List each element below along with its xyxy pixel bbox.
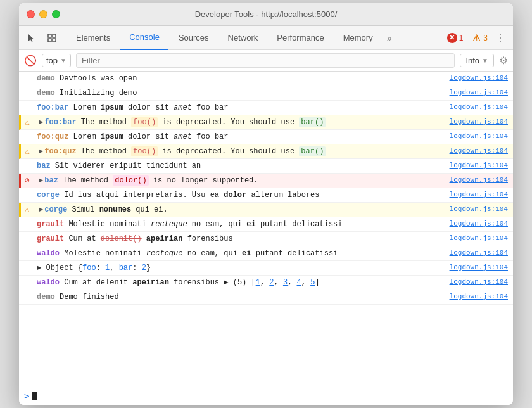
more-options-icon[interactable]: ⋮ [493, 32, 508, 44]
log-file-link[interactable]: logdown.js:104 [450, 204, 508, 213]
minimize-button[interactable] [39, 10, 48, 18]
level-chevron-icon: ▼ [482, 57, 488, 64]
log-row: ⚠▶foo:bar The method foo() is deprecated… [19, 115, 513, 130]
inspect-icon[interactable] [44, 30, 60, 46]
toolbar-icons [24, 30, 60, 46]
log-row: foo:quz Lorem ipsum dolor sit amet foo b… [19, 130, 513, 144]
toolbar: Elements Console Sources Network Perform… [19, 26, 513, 50]
log-content: ▶foo:quz The method foo() is deprecated.… [39, 146, 445, 157]
log-content: ▶ Object {foo: 1, bar: 2} [37, 262, 445, 274]
close-button[interactable] [27, 10, 35, 18]
tab-network[interactable]: Network [219, 26, 267, 50]
context-value: top [46, 56, 58, 65]
tab-memory[interactable]: Memory [334, 26, 382, 50]
tab-elements[interactable]: Elements [67, 26, 119, 50]
level-selector[interactable]: Info ▼ [460, 54, 494, 67]
log-file-link[interactable]: logdown.js:104 [450, 175, 508, 184]
warn-icon: ⚠ [25, 146, 30, 156]
log-file-link[interactable]: logdown.js:104 [450, 87, 508, 96]
log-row: waldo Molestie nominati recteque no eam,… [19, 246, 513, 261]
tab-console[interactable]: Console [120, 26, 168, 50]
cursor-icon[interactable] [24, 30, 39, 46]
log-content: ▶baz The method dolor() is no longer sup… [39, 175, 445, 186]
titlebar: Developer Tools - http://localhost:5000/ [19, 3, 513, 26]
log-content: grault Cum at delenit() apeirian forensi… [37, 233, 445, 245]
log-content: demo Devtools was open [37, 73, 445, 84]
console-output: demo Devtools was openlogdown.js:104demo… [19, 72, 513, 386]
log-row: corge Id ius atqui interpretaris. Usu ea… [19, 188, 513, 203]
context-chevron-icon: ▼ [60, 57, 66, 64]
log-file-link[interactable]: logdown.js:104 [450, 131, 508, 140]
log-row: grault Molestie nominati recteque no eam… [19, 217, 513, 232]
log-content: demo Demo finished [37, 291, 445, 303]
console-cursor [32, 392, 37, 400]
log-row: ⚠▶corge Simul nonumes qui ei.logdown.js:… [19, 203, 513, 217]
log-content: waldo Molestie nominati recteque no eam,… [37, 248, 445, 259]
svg-rect-2 [48, 39, 51, 42]
tabs: Elements Console Sources Network Perform… [67, 26, 444, 50]
log-file-link[interactable]: logdown.js:104 [450, 262, 508, 271]
log-row: grault Cum at delenit() apeirian forensi… [19, 232, 513, 246]
devtools-window: Developer Tools - http://localhost:5000/ [19, 3, 513, 405]
log-content: ▶corge Simul nonumes qui ei. [39, 204, 445, 215]
log-row: ⚠▶foo:quz The method foo() is deprecated… [19, 144, 513, 159]
svg-rect-0 [48, 34, 51, 37]
maximize-button[interactable] [52, 10, 60, 18]
console-prompt: > [24, 391, 29, 401]
log-content: grault Molestie nominati recteque no eam… [37, 219, 445, 230]
warning-triangle: ⚠ [471, 33, 481, 43]
log-content: foo:bar Lorem ipsum dolor sit amet foo b… [37, 102, 445, 113]
level-value: Info [466, 56, 479, 65]
log-file-link[interactable]: logdown.js:104 [450, 160, 508, 169]
svg-rect-1 [53, 34, 56, 37]
log-file-link[interactable]: logdown.js:104 [450, 73, 508, 82]
log-file-link[interactable]: logdown.js:104 [450, 219, 508, 227]
traffic-lights [27, 10, 60, 18]
log-row: ⊘▶baz The method dolor() is no longer su… [19, 174, 513, 188]
context-selector[interactable]: top ▼ [42, 54, 71, 67]
log-content: ▶foo:bar The method foo() is deprecated.… [39, 117, 445, 128]
log-row: foo:bar Lorem ipsum dolor sit amet foo b… [19, 101, 513, 115]
warn-icon: ⚠ [25, 117, 30, 127]
warning-count-badge[interactable]: ⚠ 3 [468, 32, 491, 44]
log-row: ▶ Object {foo: 1, bar: 2}logdown.js:104 [19, 261, 513, 276]
log-file-link[interactable]: logdown.js:104 [450, 233, 508, 242]
log-file-link[interactable]: logdown.js:104 [450, 102, 508, 111]
filter-input[interactable] [76, 53, 455, 68]
no-entry-icon[interactable]: 🚫 [24, 54, 37, 67]
log-row: baz Sit viderer eripuit tincidunt anlogd… [19, 159, 513, 174]
log-file-link[interactable]: logdown.js:104 [450, 248, 508, 257]
log-content: demo Initializing demo [37, 87, 445, 99]
log-row: waldo Cum at delenit apeirian forensibus… [19, 276, 513, 290]
warn-icon: ⚠ [25, 205, 30, 215]
log-row: demo Demo finishedlogdown.js:104 [19, 290, 513, 305]
log-row: demo Devtools was openlogdown.js:104 [19, 72, 513, 86]
error-count-badge[interactable]: ✕ 1 [444, 32, 467, 44]
log-file-link[interactable]: logdown.js:104 [450, 277, 508, 286]
settings-icon[interactable]: ⚙ [499, 54, 508, 67]
log-content: waldo Cum at delenit apeirian forensibus… [37, 277, 445, 288]
log-content: foo:quz Lorem ipsum dolor sit amet foo b… [37, 131, 445, 143]
error-icon: ⊘ [25, 175, 30, 186]
error-circle: ✕ [447, 33, 457, 43]
console-bar: 🚫 top ▼ Info ▼ ⚙ [19, 50, 513, 72]
log-content: corge Id ius atqui interpretaris. Usu ea… [37, 189, 445, 201]
console-input-row: > [19, 386, 513, 405]
log-content: baz Sit viderer eripuit tincidunt an [37, 160, 445, 172]
tab-performance[interactable]: Performance [268, 26, 332, 50]
svg-rect-3 [53, 39, 56, 42]
log-file-link[interactable]: logdown.js:104 [450, 291, 508, 300]
more-tabs-icon[interactable]: » [383, 33, 396, 43]
error-badge-area: ✕ 1 ⚠ 3 ⋮ [444, 32, 508, 44]
log-file-link[interactable]: logdown.js:104 [450, 146, 508, 155]
log-file-link[interactable]: logdown.js:104 [450, 189, 508, 198]
log-file-link[interactable]: logdown.js:104 [450, 117, 508, 125]
window-title: Developer Tools - http://localhost:5000/ [195, 10, 338, 19]
tab-sources[interactable]: Sources [170, 26, 218, 50]
log-row: demo Initializing demologdown.js:104 [19, 86, 513, 101]
